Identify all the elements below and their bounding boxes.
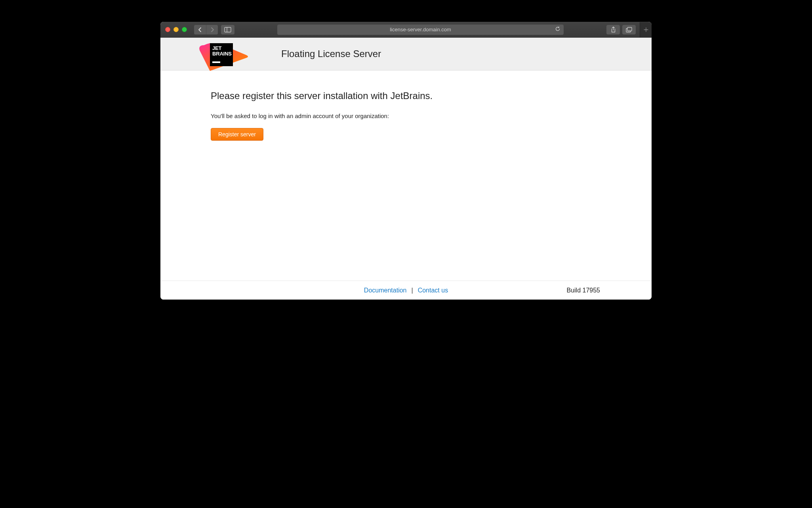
forward-button[interactable] [206, 25, 218, 34]
navigation-buttons [194, 25, 218, 34]
sidebar-icon [224, 27, 231, 32]
back-button[interactable] [194, 25, 206, 34]
chevron-right-icon [210, 27, 214, 32]
logo-underline [212, 61, 220, 63]
window-controls [165, 27, 187, 32]
tabs-icon [626, 27, 632, 32]
app-title: Floating License Server [281, 48, 381, 59]
minimize-window-button[interactable] [173, 27, 179, 32]
page-subheading: You'll be asked to log in with an admin … [211, 113, 640, 119]
browser-titlebar: license-server.domain.com [160, 22, 652, 38]
footer-separator: | [411, 287, 413, 294]
main-content: Please register this server installation… [160, 71, 652, 281]
contact-link[interactable]: Contact us [418, 287, 448, 294]
close-window-button[interactable] [165, 27, 170, 32]
svg-rect-0 [225, 27, 231, 32]
register-server-button[interactable]: Register server [211, 128, 263, 141]
reload-icon [555, 26, 560, 32]
jetbrains-logo: JET BRAINS [198, 40, 246, 68]
sidebar-toggle-button[interactable] [221, 25, 234, 34]
documentation-link[interactable]: Documentation [364, 287, 407, 294]
browser-window: license-server.domain.com [160, 22, 652, 300]
svg-rect-2 [627, 27, 632, 31]
share-button[interactable] [606, 25, 620, 34]
right-toolbar [606, 25, 647, 34]
logo-text-line1: JET [212, 46, 231, 51]
page-footer: Documentation | Contact us Build 17955 [160, 281, 652, 300]
build-info: Build 17955 [566, 287, 600, 294]
address-bar[interactable]: license-server.domain.com [277, 25, 564, 35]
logo-text-line2: BRAINS [212, 51, 231, 57]
page-header: JET BRAINS Floating License Server [160, 38, 652, 71]
page-heading: Please register this server installation… [211, 90, 640, 101]
share-icon [611, 27, 616, 33]
maximize-window-button[interactable] [182, 27, 187, 32]
chevron-left-icon [198, 27, 202, 32]
logo-box: JET BRAINS [210, 43, 233, 66]
footer-links: Documentation | Contact us [364, 287, 448, 294]
url-text: license-server.domain.com [281, 27, 560, 32]
plus-icon [643, 27, 649, 32]
reload-button[interactable] [555, 26, 560, 33]
new-tab-button[interactable] [640, 22, 652, 37]
tabs-button[interactable] [622, 25, 636, 34]
